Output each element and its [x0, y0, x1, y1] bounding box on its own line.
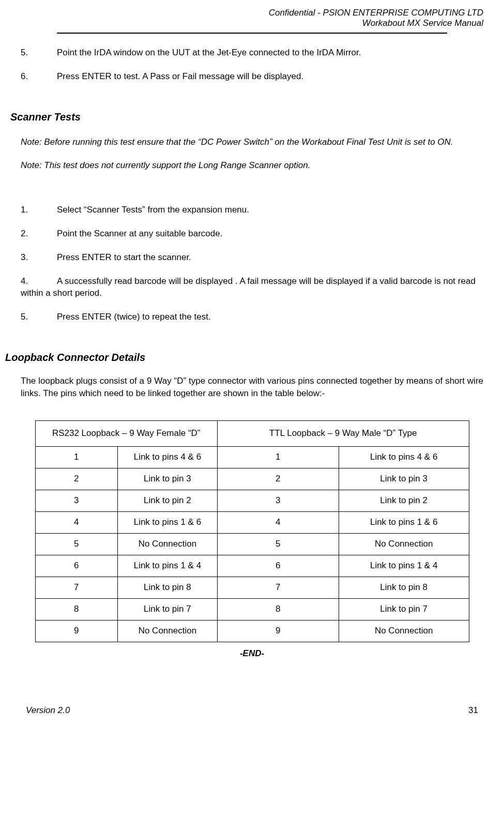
version-label: Version 2.0 [26, 705, 70, 716]
table-row: 4Link to pins 1 & 64Link to pins 1 & 6 [35, 511, 469, 533]
page-footer: Version 2.0 31 [21, 705, 483, 716]
table-header-left: RS232 Loopback – 9 Way Female “D” [35, 420, 217, 446]
step-number: 1. [21, 204, 57, 216]
page-number: 31 [468, 705, 478, 716]
step-text: Press ENTER to start the scanner. [57, 252, 191, 262]
table-row: 8Link to pin 78Link to pin 7 [35, 598, 469, 620]
paragraph-text: The loopback plugs consist of a 9 Way “D… [21, 375, 483, 400]
note-text: Note: Before running this test ensure th… [21, 136, 483, 148]
table-header-row: RS232 Loopback – 9 Way Female “D” TTL Lo… [35, 420, 469, 446]
step-number: 2. [21, 228, 57, 240]
table-row: 1Link to pins 4 & 61Link to pins 4 & 6 [35, 446, 469, 468]
step-text: Press ENTER to test. A Pass or Fail mess… [57, 71, 303, 81]
list-item: 3.Press ENTER to start the scanner. [21, 251, 483, 264]
end-marker: -END- [21, 648, 483, 659]
step-text: A successfully read barcode will be disp… [21, 276, 476, 298]
confidential-label: Confidential - PSION ENTERPRISE COMPUTIN… [21, 8, 483, 18]
document-title: Workabout MX Service Manual [21, 18, 483, 28]
table-row: 7Link to pin 87Link to pin 8 [35, 577, 469, 598]
step-number: 4. [21, 275, 57, 288]
step-number: 5. [21, 311, 57, 323]
step-text: Select “Scanner Tests” from the expansio… [57, 205, 249, 215]
note-text: Note: This test does not currently suppo… [21, 159, 483, 172]
header-divider [57, 33, 447, 34]
section-heading-loopback: Loopback Connector Details [5, 352, 483, 364]
step-text: Point the Scanner at any suitable barcod… [57, 229, 222, 238]
step-text: Press ENTER (twice) to repeat the test. [57, 312, 211, 322]
loopback-table: RS232 Loopback – 9 Way Female “D” TTL Lo… [35, 420, 469, 642]
page-header: Confidential - PSION ENTERPRISE COMPUTIN… [21, 0, 483, 33]
table-row: 6Link to pins 1 & 46Link to pins 1 & 4 [35, 555, 469, 577]
list-item: 5.Point the IrDA window on the UUT at th… [21, 47, 483, 59]
list-item: 1.Select “Scanner Tests” from the expans… [21, 204, 483, 216]
step-text: Point the IrDA window on the UUT at the … [57, 48, 361, 57]
list-item: 5.Press ENTER (twice) to repeat the test… [21, 311, 483, 323]
list-item: 6.Press ENTER to test. A Pass or Fail me… [21, 70, 483, 83]
table-row: 3Link to pin 23Link to pin 2 [35, 490, 469, 511]
list-item: 4.A successfully read barcode will be di… [21, 275, 483, 300]
list-item: 2.Point the Scanner at any suitable barc… [21, 228, 483, 240]
table-row: 5No Connection5No Connection [35, 533, 469, 555]
table-header-right: TTL Loopback – 9 Way Male “D” Type [217, 420, 469, 446]
step-number: 3. [21, 251, 57, 264]
table-row: 2Link to pin 32Link to pin 3 [35, 468, 469, 490]
step-number: 5. [21, 47, 57, 59]
step-number: 6. [21, 70, 57, 83]
table-row: 9No Connection9No Connection [35, 620, 469, 642]
section-heading-scanner-tests: Scanner Tests [10, 111, 483, 123]
